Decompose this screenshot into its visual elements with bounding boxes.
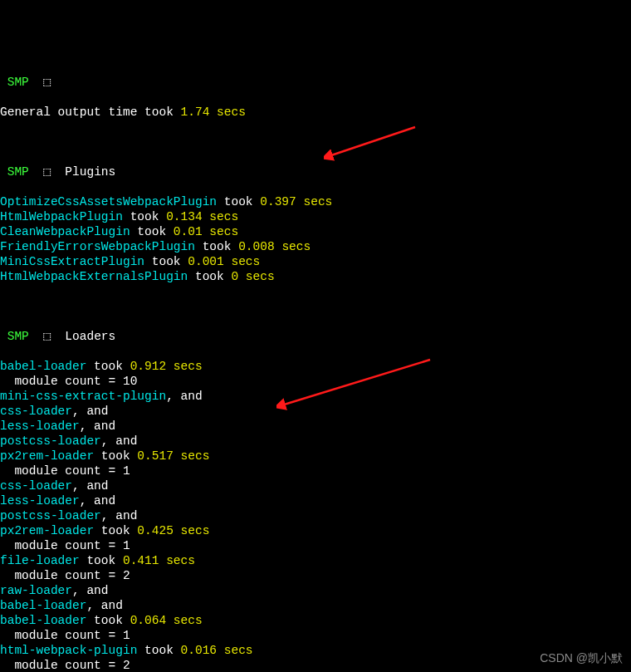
loader-line: px2rem-loader took 0.517 secs [0,449,631,464]
loader-line: raw-loader, and [0,583,631,598]
plugin-line: OptimizeCssAssetsWebpackPlugin took 0.39… [0,194,631,209]
smp-header-plugins: SMP ⬚ Plugins [0,164,631,179]
module-count-line: module count = 10 [0,374,631,389]
loader-line: less-loader, and [0,419,631,434]
loader-line: babel-loader took 0.064 secs [0,613,631,628]
smp-header-loaders: SMP ⬚ Loaders [0,329,631,344]
loader-line: less-loader, and [0,493,631,508]
plugin-line: HtmlWebpackExternalsPlugin took 0 secs [0,269,631,284]
plugin-line: FriendlyErrorsWebpackPlugin took 0.008 s… [0,239,631,254]
terminal-output: SMP ⬚ General output time took 1.74 secs… [0,60,631,672]
module-count-line: module count = 1 [0,628,631,643]
loader-line: px2rem-loader took 0.425 secs [0,523,631,538]
module-count-line: module count = 1 [0,464,631,478]
loader-line: file-loader took 0.411 secs [0,553,631,568]
loader-line: css-loader, and [0,404,631,419]
plugin-line: MiniCssExtractPlugin took 0.001 secs [0,254,631,269]
loader-line: babel-loader took 0.912 secs [0,359,631,374]
loader-line: html-webpack-plugin took 0.016 secs [0,643,631,658]
module-count-line: module count = 2 [0,658,631,672]
loader-line: babel-loader, and [0,598,631,613]
general-output-line: General output time took 1.74 secs [0,105,631,120]
module-count-line: module count = 2 [0,568,631,583]
watermark: CSDN @凯小默 [540,650,623,665]
plugin-line: HtmlWebpackPlugin took 0.134 secs [0,209,631,224]
loader-line: css-loader, and [0,478,631,493]
loader-line: postcss-loader, and [0,508,631,523]
module-count-line: module count = 1 [0,538,631,553]
smp-header-1: SMP ⬚ [0,75,631,90]
plugin-line: CleanWebpackPlugin took 0.01 secs [0,224,631,239]
loader-line: postcss-loader, and [0,434,631,449]
loader-line: mini-css-extract-plugin, and [0,389,631,404]
